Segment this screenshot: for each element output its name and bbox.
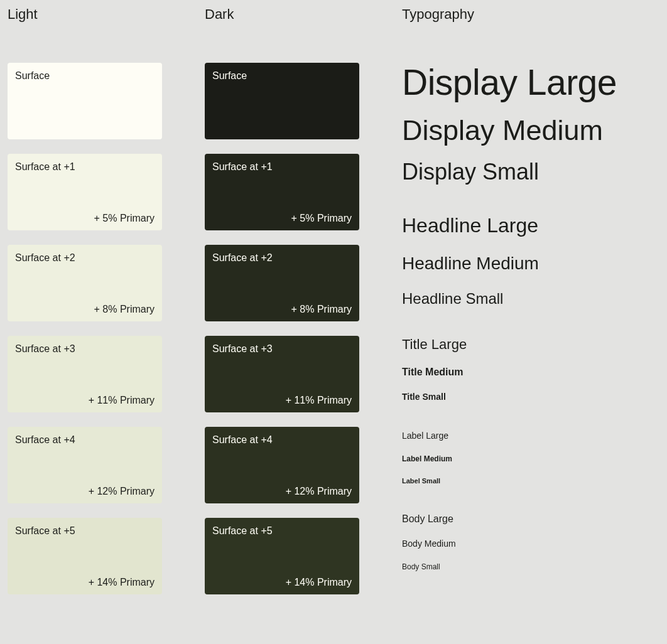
swatch-sub: + 12% Primary: [15, 486, 155, 497]
light-column: Light Surface Surface at +1 + 5% Primary…: [8, 6, 162, 609]
swatch-sub: + 5% Primary: [212, 213, 352, 224]
swatch-title: Surface at +1: [212, 161, 352, 173]
swatch-sub: + 8% Primary: [15, 304, 155, 315]
label-medium: Label Medium: [402, 454, 659, 463]
swatch-title: Surface at +1: [15, 161, 155, 173]
light-swatch-2: Surface at +2 + 8% Primary: [8, 245, 162, 321]
body-large: Body Large: [402, 513, 659, 525]
body-medium: Body Medium: [402, 539, 659, 549]
swatch-title: Surface at +2: [212, 252, 352, 264]
display-group: Display Large Display Medium Display Sma…: [402, 63, 659, 185]
typography-column: Typography Display Large Display Medium …: [402, 6, 659, 609]
label-large: Label Large: [402, 431, 659, 441]
swatch-sub: + 5% Primary: [15, 213, 155, 224]
dark-swatch-1: Surface at +1 + 5% Primary: [205, 154, 359, 230]
swatch-title: Surface: [212, 70, 352, 82]
display-small: Display Small: [402, 158, 659, 185]
dark-swatch-2: Surface at +2 + 8% Primary: [205, 245, 359, 321]
title-group: Title Large Title Medium Title Small: [402, 336, 659, 402]
title-medium: Title Medium: [402, 367, 659, 378]
label-small: Label Small: [402, 477, 659, 485]
swatch-title: Surface at +3: [15, 343, 155, 355]
swatch-title: Surface at +2: [15, 252, 155, 264]
swatch-title: Surface at +5: [212, 525, 352, 537]
headline-group: Headline Large Headline Medium Headline …: [402, 214, 659, 308]
light-swatch-5: Surface at +5 + 14% Primary: [8, 518, 162, 594]
headline-medium: Headline Medium: [402, 254, 659, 274]
swatch-sub: + 11% Primary: [15, 395, 155, 406]
dark-swatch-4: Surface at +4 + 12% Primary: [205, 427, 359, 503]
body-small: Body Small: [402, 562, 659, 571]
swatch-title: Surface at +5: [15, 525, 155, 537]
dark-swatch-5: Surface at +5 + 14% Primary: [205, 518, 359, 594]
swatch-title: Surface at +4: [212, 434, 352, 446]
dark-swatch-3: Surface at +3 + 11% Primary: [205, 336, 359, 412]
light-swatch-1: Surface at +1 + 5% Primary: [8, 154, 162, 230]
light-swatch-3: Surface at +3 + 11% Primary: [8, 336, 162, 412]
light-swatch-0: Surface: [8, 63, 162, 139]
label-group: Label Large Label Medium Label Small: [402, 431, 659, 485]
swatch-sub: + 8% Primary: [212, 304, 352, 315]
body-group: Body Large Body Medium Body Small: [402, 513, 659, 571]
dark-swatch-0: Surface: [205, 63, 359, 139]
title-large: Title Large: [402, 336, 659, 353]
swatch-title: Surface at +3: [212, 343, 352, 355]
light-swatch-4: Surface at +4 + 12% Primary: [8, 427, 162, 503]
swatch-sub: + 11% Primary: [212, 395, 352, 406]
swatch-sub: + 14% Primary: [15, 577, 155, 588]
headline-small: Headline Small: [402, 290, 659, 308]
swatch-title: Surface at +4: [15, 434, 155, 446]
display-medium: Display Medium: [402, 114, 659, 147]
display-large: Display Large: [402, 63, 659, 103]
swatch-title: Surface: [15, 70, 155, 82]
dark-header: Dark: [205, 6, 359, 23]
dark-column: Dark Surface Surface at +1 + 5% Primary …: [205, 6, 359, 609]
headline-large: Headline Large: [402, 214, 659, 237]
title-small: Title Small: [402, 392, 659, 402]
swatch-sub: + 12% Primary: [212, 486, 352, 497]
light-header: Light: [8, 6, 162, 23]
swatch-sub: + 14% Primary: [212, 577, 352, 588]
typography-header: Typography: [402, 6, 659, 23]
